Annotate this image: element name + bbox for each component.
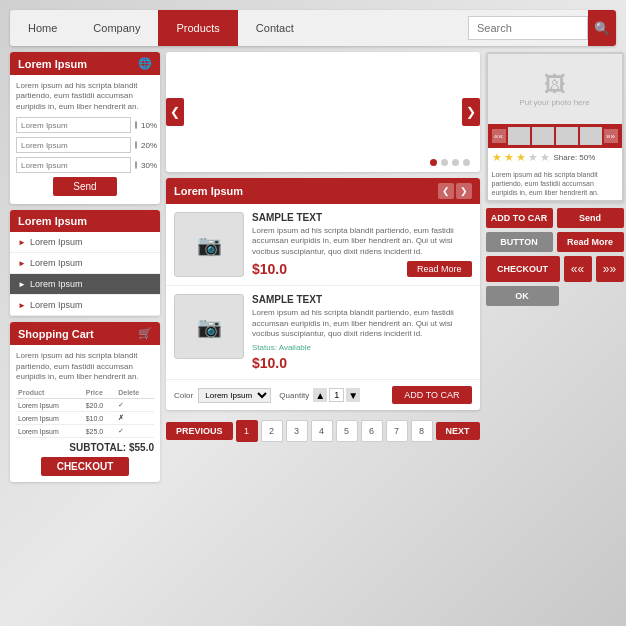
cart-row-3-price: $25.0: [84, 425, 117, 438]
slider-dot-1[interactable]: [430, 159, 437, 166]
form-input-1[interactable]: [16, 117, 131, 133]
sidebar-list-header: Lorem Ipsum: [10, 210, 160, 232]
send-action-button[interactable]: Send: [557, 208, 624, 228]
pct-3: 30%: [141, 161, 157, 170]
checkout-button[interactable]: CHECKOUT: [41, 457, 130, 476]
star-4: ★: [528, 151, 538, 164]
cart-col-price: Price: [84, 387, 117, 399]
qty-decrement[interactable]: ▲: [313, 388, 327, 402]
product-desc-1: Lorem ipsum ad his scripta blandit parti…: [252, 226, 472, 257]
thumb-prev[interactable]: ««: [492, 129, 506, 143]
star-3: ★: [516, 151, 526, 164]
search-button[interactable]: 🔍: [588, 10, 616, 46]
sidebar-item-1[interactable]: ►Lorem Ipsum: [10, 232, 160, 253]
page-8[interactable]: 8: [411, 420, 433, 442]
star-2: ★: [504, 151, 514, 164]
product-info-2: SAMPLE TEXT Lorem ipsum ad his scripta b…: [252, 294, 472, 371]
next-page-button[interactable]: NEXT: [436, 422, 480, 440]
photo-area: 🖼 Put your photo here: [488, 54, 622, 124]
add-to-car-button[interactable]: ADD TO CAR: [486, 208, 553, 228]
radio-1[interactable]: [135, 121, 137, 129]
cart-row-2-product: Lorem Ipsum: [16, 412, 84, 425]
nav-company[interactable]: Company: [75, 10, 158, 46]
thumb-1[interactable]: [508, 127, 530, 145]
table-row: Lorem Ipsum $25.0 ✓: [16, 425, 154, 438]
cart-row-3-status[interactable]: ✓: [116, 425, 154, 438]
send-button[interactable]: Send: [53, 177, 116, 196]
nav-contact[interactable]: Contact: [238, 10, 312, 46]
page-2[interactable]: 2: [261, 420, 283, 442]
rewind-icon-button[interactable]: ««: [564, 256, 592, 282]
nav-products[interactable]: Products: [158, 10, 237, 46]
pct-2: 20%: [141, 141, 157, 150]
sidebar-item-3[interactable]: ►Lorem Ipsum: [10, 274, 160, 295]
radio-2[interactable]: [135, 141, 137, 149]
cart-row-1-status[interactable]: ✓: [116, 399, 154, 412]
photo-placeholder: 🖼 Put your photo here: [519, 72, 589, 107]
qty-increment[interactable]: ▼: [346, 388, 360, 402]
forward-icon-button[interactable]: »»: [596, 256, 624, 282]
globe-icon: 🌐: [138, 57, 152, 70]
cart-table: Product Price Delete Lorem Ipsum $20.0 ✓: [16, 387, 154, 438]
radio-3[interactable]: [135, 161, 137, 169]
product-image-2: 📷: [174, 294, 244, 359]
quantity-control: Quantity ▲ 1 ▼: [279, 388, 360, 402]
section-next-btn[interactable]: ❯: [456, 183, 472, 199]
color-dropdown[interactable]: Lorem Ipsum: [198, 388, 271, 403]
camera-icon-1: 📷: [197, 233, 222, 257]
page-4[interactable]: 4: [311, 420, 333, 442]
sidebar-item-4[interactable]: ►Lorem Ipsum: [10, 295, 160, 316]
cart-col-delete: Delete: [116, 387, 154, 399]
generic-button[interactable]: BUTTON: [486, 232, 553, 252]
cart-header: Shopping Cart 🛒: [10, 322, 160, 345]
nav-home[interactable]: Home: [10, 10, 75, 46]
subtotal: SUBTOTAL: $55.0: [16, 442, 154, 453]
cart-col-product: Product: [16, 387, 84, 399]
thumb-4[interactable]: [580, 127, 602, 145]
ok-button[interactable]: OK: [486, 286, 559, 306]
action-row-4: OK: [486, 286, 624, 306]
cart-row-1-price: $20.0: [84, 399, 117, 412]
product-desc-2: Lorem ipsum ad his scripta blandit parti…: [252, 308, 472, 339]
read-more-button-1[interactable]: Read More: [407, 261, 472, 277]
product-price-1: $10.0: [252, 261, 287, 277]
prev-page-button[interactable]: PREVIOUS: [166, 422, 233, 440]
photo-thumbs: «« »»: [488, 124, 622, 148]
section-prev-btn[interactable]: ❮: [438, 183, 454, 199]
read-more-action-button[interactable]: Read More: [557, 232, 624, 252]
slider-dot-3[interactable]: [452, 159, 459, 166]
page-5[interactable]: 5: [336, 420, 358, 442]
product-controls: Color Lorem Ipsum Quantity ▲ 1 ▼ ADD TO …: [166, 380, 480, 410]
search-input[interactable]: [468, 16, 588, 40]
slider-dots: [430, 159, 470, 166]
landscape-icon: 🖼: [519, 72, 589, 98]
camera-icon-2: 📷: [197, 315, 222, 339]
page-1[interactable]: 1: [236, 420, 258, 442]
star-1: ★: [492, 151, 502, 164]
thumb-3[interactable]: [556, 127, 578, 145]
sidebar-item-2[interactable]: ►Lorem Ipsum: [10, 253, 160, 274]
slider-dot-2[interactable]: [441, 159, 448, 166]
page-3[interactable]: 3: [286, 420, 308, 442]
page-6[interactable]: 6: [361, 420, 383, 442]
product-price-row-2: $10.0: [252, 355, 472, 371]
slider-dot-4[interactable]: [463, 159, 470, 166]
action-buttons: ADD TO CAR Send BUTTON Read More CHECKOU…: [486, 208, 624, 306]
form-input-2[interactable]: [16, 137, 131, 153]
table-row: Lorem Ipsum $10.0 ✗: [16, 412, 154, 425]
product-info-1: SAMPLE TEXT Lorem ipsum ad his scripta b…: [252, 212, 472, 277]
page-7[interactable]: 7: [386, 420, 408, 442]
cart-icon: 🛒: [138, 327, 152, 340]
qty-value: 1: [329, 388, 344, 402]
checkout-action-button[interactable]: CHECKOUT: [486, 256, 560, 282]
add-to-cart-button[interactable]: ADD TO CAR: [392, 386, 471, 404]
form-widget-desc: Lorem ipsum ad his scripta blandit parti…: [16, 81, 154, 112]
cart-desc: Lorem ipsum ad his scripta blandit parti…: [16, 351, 154, 382]
slider-left-arrow[interactable]: ❮: [166, 98, 184, 126]
form-input-3[interactable]: [16, 157, 131, 173]
cart-row-2-status[interactable]: ✗: [116, 412, 154, 425]
product-price-2: $10.0: [252, 355, 287, 371]
thumb-2[interactable]: [532, 127, 554, 145]
thumb-next[interactable]: »»: [604, 129, 618, 143]
slider-right-arrow[interactable]: ❯: [462, 98, 480, 126]
